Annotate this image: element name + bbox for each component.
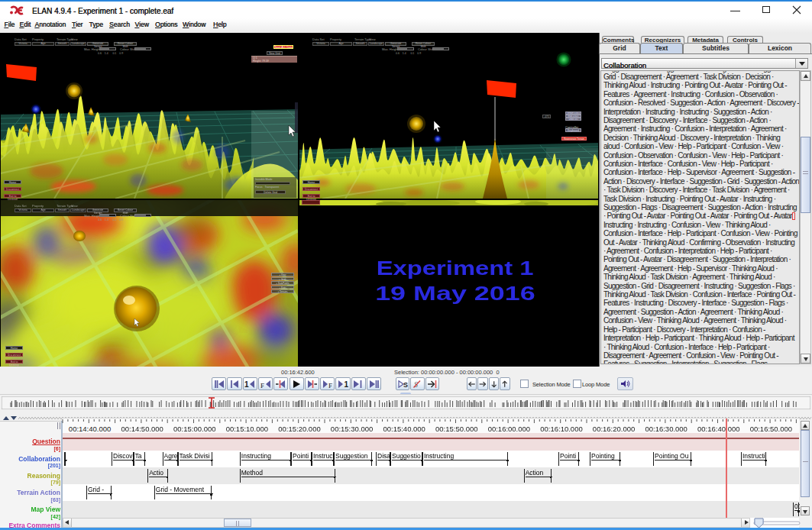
svg-text:1: 1 xyxy=(345,380,349,388)
svg-text:1: 1 xyxy=(244,380,249,388)
svg-text:F: F xyxy=(260,381,264,388)
svg-text:S: S xyxy=(403,381,408,388)
svg-text:F: F xyxy=(328,381,332,388)
